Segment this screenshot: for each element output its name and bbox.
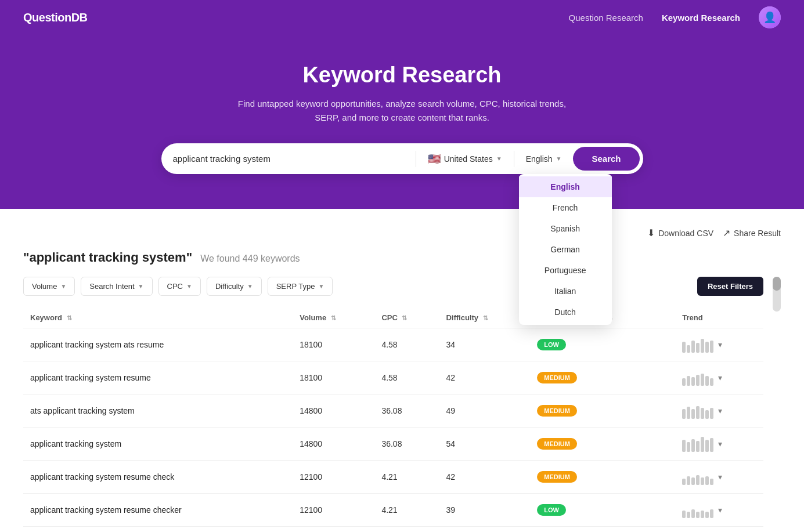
trend-bar-segment (687, 345, 690, 353)
row-expand-icon[interactable]: ▾ (718, 373, 722, 382)
cell-volume: 18100 (293, 328, 374, 361)
search-button[interactable]: Search (573, 147, 639, 171)
trend-bar-segment (696, 343, 700, 353)
lang-option-italian[interactable]: Italian (519, 281, 612, 302)
trend-bar-segment (682, 440, 686, 452)
trend-bars (682, 336, 713, 353)
nav-question-research[interactable]: Question Research (569, 13, 643, 23)
cpc-sort-icon[interactable]: ⇅ (402, 314, 407, 321)
competition-badge: MEDIUM (537, 405, 577, 417)
cell-trend: ▾ (675, 395, 763, 428)
filter-volume[interactable]: Volume ▼ (23, 277, 75, 296)
cell-difficulty: 34 (439, 328, 530, 361)
row-expand-icon[interactable]: ▾ (718, 505, 722, 515)
competition-badge: LOW (537, 504, 566, 516)
filter-cpc-chevron-icon: ▼ (186, 283, 192, 289)
filter-bar: Volume ▼ Search Intent ▼ CPC ▼ Difficult… (23, 277, 763, 296)
trend-bar-segment (682, 479, 686, 485)
filter-cpc-label: CPC (167, 282, 183, 291)
reset-filters-button[interactable]: Reset Filters (697, 277, 763, 296)
filter-cpc[interactable]: CPC ▼ (158, 277, 201, 296)
country-label: United States (444, 154, 493, 164)
trend-bar-segment (701, 408, 704, 419)
lang-option-dutch[interactable]: Dutch (519, 302, 612, 323)
user-avatar[interactable]: 👤 (759, 6, 781, 28)
trend-bar-segment (687, 407, 690, 419)
row-expand-icon[interactable]: ▾ (718, 406, 722, 415)
lang-option-english[interactable]: English (519, 176, 612, 197)
trend-bar-segment (710, 479, 713, 485)
cell-keyword: applicant tracking system resume check (23, 461, 293, 494)
country-selector[interactable]: 🇺🇸 United States ▼ (421, 149, 509, 169)
cell-competition: MEDIUM (530, 361, 675, 395)
cell-cpc: 36.08 (374, 395, 439, 428)
cell-keyword: applicant tracking system (23, 428, 293, 461)
download-label: Download CSV (658, 229, 713, 238)
col-difficulty: Difficulty ⇅ (439, 307, 530, 328)
volume-sort-icon[interactable]: ⇅ (331, 314, 336, 321)
trend-bar-segment (710, 509, 713, 518)
trend-bar-segment (687, 476, 690, 485)
cell-cpc: 4.21 (374, 461, 439, 494)
filter-difficulty-label: Difficulty (215, 282, 244, 291)
download-csv-button[interactable]: ⬇ Download CSV (647, 227, 713, 238)
cell-volume: 14800 (293, 395, 374, 428)
search-input[interactable] (173, 154, 411, 164)
trend-bar-segment (682, 378, 686, 386)
cell-trend: ▾ (675, 328, 763, 361)
trend-bar-segment (691, 439, 695, 452)
cell-difficulty: 39 (439, 494, 530, 527)
language-selector[interactable]: English ▼ (519, 151, 569, 167)
keywords-table: Keyword ⇅ Volume ⇅ CPC ⇅ Difficulty (23, 307, 763, 527)
competition-badge: MEDIUM (537, 471, 577, 483)
cell-cpc: 36.08 (374, 428, 439, 461)
lang-option-portuguese[interactable]: Portuguese (519, 260, 612, 281)
hero-section: Keyword Research Find untapped keyword o… (0, 35, 804, 209)
trend-bars (682, 436, 713, 452)
filter-difficulty-chevron-icon: ▼ (247, 283, 253, 289)
keyword-sort-icon[interactable]: ⇅ (67, 314, 72, 321)
row-expand-icon[interactable]: ▾ (718, 340, 722, 349)
trend-bar-segment (705, 376, 709, 386)
row-expand-icon[interactable]: ▾ (718, 472, 722, 482)
header: QuestionDB Question Research Keyword Res… (0, 0, 804, 35)
trend-bar-segment (701, 511, 704, 518)
filter-search-intent[interactable]: Search Intent ▼ (81, 277, 152, 296)
filter-intent-chevron-icon: ▼ (138, 283, 144, 289)
search-bar: 🇺🇸 United States ▼ English ▼ English Fre… (161, 143, 643, 174)
trend-bar-segment (691, 341, 695, 353)
filter-serp-label: SERP Type (276, 282, 315, 291)
filter-difficulty[interactable]: Difficulty ▼ (207, 277, 262, 296)
hero-subtitle: Find untapped keyword opportunities, ana… (234, 97, 571, 125)
cell-keyword: applicant tracking system resume checker (23, 494, 293, 527)
filter-serp-type[interactable]: SERP Type ▼ (268, 277, 333, 296)
cell-trend: ▾ (675, 428, 763, 461)
language-dropdown: English French Spanish German Portuguese… (519, 174, 612, 325)
competition-badge: MEDIUM (537, 438, 577, 450)
country-chevron-icon: ▼ (496, 155, 502, 162)
row-expand-icon[interactable]: ▾ (718, 439, 722, 448)
trend-bar-segment (696, 375, 700, 386)
trend-bar-segment (701, 437, 704, 452)
col-volume: Volume ⇅ (293, 307, 374, 328)
lang-option-french[interactable]: French (519, 197, 612, 218)
competition-badge: MEDIUM (537, 372, 577, 383)
cell-volume: 14800 (293, 428, 374, 461)
lang-option-german[interactable]: German (519, 239, 612, 260)
trend-bar-segment (691, 409, 695, 419)
cell-difficulty: 42 (439, 361, 530, 395)
trend-bar-segment (696, 512, 700, 518)
scroll-indicator[interactable] (773, 277, 781, 312)
trend-bar-segment (701, 374, 704, 386)
cell-competition: LOW (530, 494, 675, 527)
cell-keyword: applicant tracking system ats resume (23, 328, 293, 361)
logo: QuestionDB (23, 11, 88, 24)
country-flag: 🇺🇸 (428, 153, 441, 165)
trend-bar-segment (710, 378, 713, 386)
trend-bar-segment (682, 511, 686, 518)
nav-keyword-research[interactable]: Keyword Research (662, 13, 740, 23)
difficulty-sort-icon[interactable]: ⇅ (483, 314, 488, 321)
share-result-button[interactable]: ↗ Share Result (723, 227, 781, 238)
trend-bar-segment (696, 475, 700, 485)
lang-option-spanish[interactable]: Spanish (519, 218, 612, 239)
